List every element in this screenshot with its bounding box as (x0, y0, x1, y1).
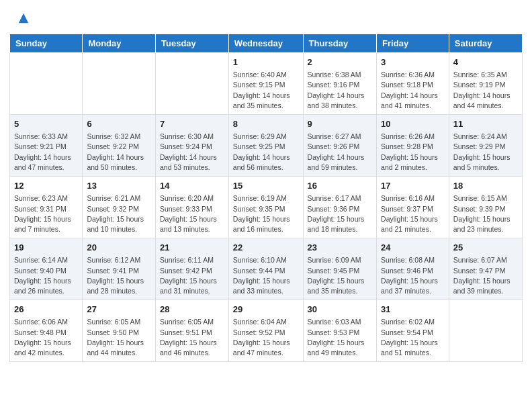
day-info: Sunrise: 6:35 AMSunset: 9:19 PMDaylight:… (453, 70, 518, 111)
calendar-cell: 3Sunrise: 6:36 AMSunset: 9:18 PMDaylight… (377, 53, 449, 115)
logo-icon (17, 12, 30, 24)
calendar-cell (449, 300, 522, 362)
day-info: Sunrise: 6:15 AMSunset: 9:39 PMDaylight:… (453, 193, 518, 234)
calendar-cell: 14Sunrise: 6:20 AMSunset: 9:33 PMDayligh… (156, 177, 229, 238)
calendar-cell: 11Sunrise: 6:24 AMSunset: 9:29 PMDayligh… (449, 115, 522, 177)
day-info: Sunrise: 6:40 AMSunset: 9:15 PMDaylight:… (233, 70, 299, 111)
calendar-cell: 20Sunrise: 6:12 AMSunset: 9:41 PMDayligh… (83, 238, 156, 300)
day-number: 27 (87, 304, 151, 316)
calendar-cell: 9Sunrise: 6:27 AMSunset: 9:26 PMDaylight… (303, 115, 376, 177)
calendar-cell: 25Sunrise: 6:07 AMSunset: 9:47 PMDayligh… (449, 238, 522, 300)
day-number: 1 (233, 56, 299, 68)
calendar-cell: 27Sunrise: 6:05 AMSunset: 9:50 PMDayligh… (83, 300, 156, 362)
calendar-table: SundayMondayTuesdayWednesdayThursdayFrid… (9, 34, 523, 362)
calendar-week-row: 12Sunrise: 6:23 AMSunset: 9:31 PMDayligh… (10, 177, 523, 238)
day-info: Sunrise: 6:09 AMSunset: 9:45 PMDaylight:… (308, 255, 372, 296)
calendar-week-row: 5Sunrise: 6:33 AMSunset: 9:21 PMDaylight… (10, 115, 523, 177)
calendar-cell: 28Sunrise: 6:05 AMSunset: 9:51 PMDayligh… (156, 300, 229, 362)
calendar-cell: 7Sunrise: 6:30 AMSunset: 9:24 PMDaylight… (156, 115, 229, 177)
day-number: 5 (14, 118, 78, 130)
day-info: Sunrise: 6:06 AMSunset: 9:48 PMDaylight:… (14, 317, 78, 358)
day-number: 31 (381, 304, 445, 316)
day-number: 17 (381, 180, 445, 192)
day-number: 19 (14, 242, 78, 254)
day-number: 2 (308, 56, 372, 68)
day-info: Sunrise: 6:14 AMSunset: 9:40 PMDaylight:… (14, 255, 78, 296)
calendar-cell: 30Sunrise: 6:03 AMSunset: 9:53 PMDayligh… (303, 300, 376, 362)
calendar-cell: 23Sunrise: 6:09 AMSunset: 9:45 PMDayligh… (303, 238, 376, 300)
day-info: Sunrise: 6:32 AMSunset: 9:22 PMDaylight:… (87, 132, 151, 173)
day-info: Sunrise: 6:07 AMSunset: 9:47 PMDaylight:… (453, 255, 518, 296)
calendar-week-row: 1Sunrise: 6:40 AMSunset: 9:15 PMDaylight… (10, 53, 523, 115)
day-number: 24 (381, 242, 445, 254)
day-number: 22 (233, 242, 299, 254)
calendar-cell: 26Sunrise: 6:06 AMSunset: 9:48 PMDayligh… (10, 300, 83, 362)
calendar-cell: 6Sunrise: 6:32 AMSunset: 9:22 PMDaylight… (83, 115, 156, 177)
calendar-day-header: Thursday (303, 34, 376, 53)
calendar-cell: 5Sunrise: 6:33 AMSunset: 9:21 PMDaylight… (10, 115, 83, 177)
day-info: Sunrise: 6:08 AMSunset: 9:46 PMDaylight:… (381, 255, 445, 296)
calendar-cell: 18Sunrise: 6:15 AMSunset: 9:39 PMDayligh… (449, 177, 522, 238)
calendar-day-header: Monday (83, 34, 156, 53)
day-info: Sunrise: 6:10 AMSunset: 9:44 PMDaylight:… (233, 255, 299, 296)
calendar-cell: 12Sunrise: 6:23 AMSunset: 9:31 PMDayligh… (10, 177, 83, 238)
calendar-cell: 10Sunrise: 6:26 AMSunset: 9:28 PMDayligh… (377, 115, 449, 177)
day-info: Sunrise: 6:29 AMSunset: 9:25 PMDaylight:… (233, 132, 299, 173)
calendar-day-header: Sunday (10, 34, 83, 53)
day-number: 30 (308, 304, 372, 316)
day-info: Sunrise: 6:05 AMSunset: 9:50 PMDaylight:… (87, 317, 151, 358)
day-number: 12 (14, 180, 78, 192)
calendar-cell: 29Sunrise: 6:04 AMSunset: 9:52 PMDayligh… (228, 300, 303, 362)
day-info: Sunrise: 6:23 AMSunset: 9:31 PMDaylight:… (14, 193, 78, 234)
page-header (0, 0, 532, 34)
calendar-cell (83, 53, 156, 115)
day-number: 3 (381, 56, 445, 68)
day-info: Sunrise: 6:04 AMSunset: 9:52 PMDaylight:… (233, 317, 299, 358)
calendar-cell: 22Sunrise: 6:10 AMSunset: 9:44 PMDayligh… (228, 238, 303, 300)
day-info: Sunrise: 6:02 AMSunset: 9:54 PMDaylight:… (381, 317, 445, 358)
day-info: Sunrise: 6:30 AMSunset: 9:24 PMDaylight:… (160, 132, 224, 173)
calendar-cell: 31Sunrise: 6:02 AMSunset: 9:54 PMDayligh… (377, 300, 449, 362)
day-info: Sunrise: 6:11 AMSunset: 9:42 PMDaylight:… (160, 255, 224, 296)
calendar-week-row: 19Sunrise: 6:14 AMSunset: 9:40 PMDayligh… (10, 238, 523, 300)
day-info: Sunrise: 6:21 AMSunset: 9:32 PMDaylight:… (87, 193, 151, 234)
calendar-day-header: Saturday (449, 34, 522, 53)
calendar-cell (10, 53, 83, 115)
calendar-cell: 8Sunrise: 6:29 AMSunset: 9:25 PMDaylight… (228, 115, 303, 177)
day-info: Sunrise: 6:19 AMSunset: 9:35 PMDaylight:… (233, 193, 299, 234)
logo (16, 12, 30, 27)
day-info: Sunrise: 6:17 AMSunset: 9:36 PMDaylight:… (308, 193, 372, 234)
day-number: 20 (87, 242, 151, 254)
day-number: 25 (453, 242, 518, 254)
day-info: Sunrise: 6:24 AMSunset: 9:29 PMDaylight:… (453, 132, 518, 173)
day-number: 29 (233, 304, 299, 316)
day-info: Sunrise: 6:26 AMSunset: 9:28 PMDaylight:… (381, 132, 445, 173)
svg-marker-0 (19, 13, 28, 23)
day-number: 13 (87, 180, 151, 192)
calendar-cell: 2Sunrise: 6:38 AMSunset: 9:16 PMDaylight… (303, 53, 376, 115)
day-info: Sunrise: 6:05 AMSunset: 9:51 PMDaylight:… (160, 317, 224, 358)
calendar-day-header: Friday (377, 34, 449, 53)
day-number: 6 (87, 118, 151, 130)
day-info: Sunrise: 6:12 AMSunset: 9:41 PMDaylight:… (87, 255, 151, 296)
calendar-day-header: Tuesday (156, 34, 229, 53)
calendar-week-row: 26Sunrise: 6:06 AMSunset: 9:48 PMDayligh… (10, 300, 523, 362)
day-info: Sunrise: 6:38 AMSunset: 9:16 PMDaylight:… (308, 70, 372, 111)
calendar-header-row: SundayMondayTuesdayWednesdayThursdayFrid… (10, 34, 523, 53)
day-info: Sunrise: 6:33 AMSunset: 9:21 PMDaylight:… (14, 132, 78, 173)
day-info: Sunrise: 6:36 AMSunset: 9:18 PMDaylight:… (381, 70, 445, 111)
day-number: 10 (381, 118, 445, 130)
calendar-cell: 1Sunrise: 6:40 AMSunset: 9:15 PMDaylight… (228, 53, 303, 115)
calendar-cell: 24Sunrise: 6:08 AMSunset: 9:46 PMDayligh… (377, 238, 449, 300)
day-number: 21 (160, 242, 224, 254)
day-info: Sunrise: 6:16 AMSunset: 9:37 PMDaylight:… (381, 193, 445, 234)
day-number: 16 (308, 180, 372, 192)
day-number: 18 (453, 180, 518, 192)
calendar-cell: 19Sunrise: 6:14 AMSunset: 9:40 PMDayligh… (10, 238, 83, 300)
day-number: 14 (160, 180, 224, 192)
calendar-cell: 4Sunrise: 6:35 AMSunset: 9:19 PMDaylight… (449, 53, 522, 115)
day-info: Sunrise: 6:03 AMSunset: 9:53 PMDaylight:… (308, 317, 372, 358)
day-number: 9 (308, 118, 372, 130)
day-number: 15 (233, 180, 299, 192)
day-number: 28 (160, 304, 224, 316)
